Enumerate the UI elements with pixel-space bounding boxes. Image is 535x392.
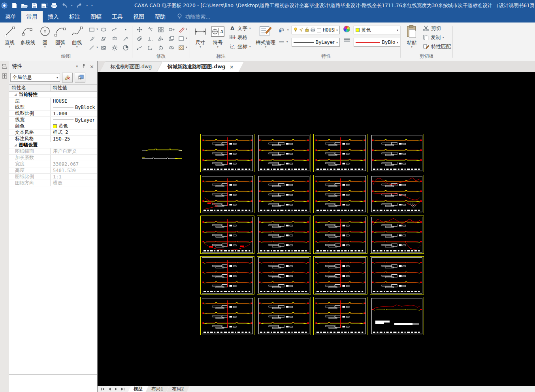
cut-button[interactable]: 剪切 [423, 24, 451, 33]
cross-section-sheet-r1c4[interactable] [370, 134, 424, 172]
hatch-icon[interactable] [99, 44, 108, 52]
customize-toolbar-caret[interactable]: ▾ [91, 4, 93, 7]
sweep-icon[interactable] [135, 44, 144, 52]
menu-tab-标注[interactable]: 标注 [64, 11, 85, 23]
layer-combo-caret[interactable]: ▾ [336, 29, 338, 32]
close-document-icon[interactable]: × [230, 64, 234, 70]
menu-tab-工具[interactable]: 工具 [107, 11, 128, 23]
cross-section-sheet-r1c1[interactable] [200, 134, 254, 172]
redo-dropdown-caret[interactable]: ▾ [87, 4, 88, 7]
cross-section-sheet-r2c3[interactable] [313, 175, 367, 213]
document-tab-标准横断面图.dwg[interactable]: 标准横断面图.dwg [100, 61, 162, 72]
cross-section-sheet-r2c4[interactable] [370, 175, 424, 213]
style-manager-button[interactable]: 样式管理 ▾ [254, 23, 277, 49]
symbol-dropdown-caret[interactable]: ▾ [217, 46, 219, 49]
app-logo-icon[interactable] [2, 2, 8, 9]
save-all-icon[interactable] [41, 2, 47, 9]
circle-dropdown-caret[interactable]: ▾ [44, 46, 46, 49]
blank-box-icon[interactable] [177, 35, 185, 43]
layer-combo[interactable]: HOUSE ▾ [292, 26, 340, 34]
pick-object-button[interactable] [75, 73, 85, 83]
panel-close-icon[interactable]: × [90, 64, 94, 69]
array-icon[interactable] [156, 26, 166, 34]
property-value[interactable]: ByBlock [51, 104, 97, 110]
cross-section-sheet-r4c4[interactable] [370, 256, 424, 294]
clear-properties-button[interactable] [62, 73, 73, 83]
color-wheel-icon[interactable] [343, 26, 350, 32]
rotate-3d-icon[interactable] [167, 44, 176, 52]
text-tool-button[interactable]: A 文字 ▾ [230, 24, 251, 33]
cross-section-sheet-r3c2[interactable] [257, 216, 311, 254]
property-value[interactable]: 1.000 [51, 111, 97, 116]
color-combo[interactable]: 黄色 ▾ [354, 26, 400, 34]
color-combo-caret[interactable]: ▾ [397, 29, 398, 32]
scope-combo[interactable]: 全局信息 ▾ [10, 73, 60, 82]
hatch-edit-dropdown-caret[interactable]: ▾ [185, 46, 188, 49]
layer-tool-button[interactable]: ▾ [279, 26, 292, 34]
new-file-icon[interactable] [11, 2, 17, 9]
point-icon[interactable] [121, 26, 130, 34]
pin-icon[interactable] [82, 64, 86, 69]
rectangle-icon[interactable] [88, 26, 96, 34]
function-search[interactable]: 功能搜索... [177, 11, 210, 23]
chamfer-icon[interactable] [145, 44, 155, 52]
parallel-lines-icon[interactable] [88, 35, 97, 43]
menu-tab-菜单[interactable]: 菜单 [0, 11, 21, 23]
property-value[interactable]: HOUSE [51, 98, 97, 104]
line-dropdown-caret[interactable]: ▾ [9, 46, 11, 49]
blank-box-dropdown-caret[interactable]: ▾ [185, 37, 188, 40]
copy-caret[interactable]: ▾ [443, 36, 444, 39]
offset-icon[interactable] [135, 35, 144, 43]
contour-icon[interactable] [99, 35, 108, 43]
sheet-tab-模型[interactable]: 模型 [128, 386, 148, 392]
library-panel-tab-icon[interactable] [2, 73, 8, 81]
hatch-edit-icon[interactable] [177, 44, 185, 52]
standard-cross-section-sketch[interactable] [141, 148, 183, 161]
panel-menu-caret[interactable]: ▾ [76, 65, 78, 68]
linetype-tool-caret[interactable]: ▾ [286, 41, 288, 43]
cross-section-sheet-r2c1[interactable] [200, 175, 254, 213]
property-group-图幅设置[interactable]: ◢图幅设置 [9, 142, 97, 148]
drawing-canvas[interactable] [98, 72, 535, 386]
arc-dropdown-caret[interactable]: ▾ [60, 46, 61, 49]
cross-section-sheet-r2c2[interactable] [257, 175, 311, 213]
coordinate-dropdown-caret[interactable]: ▾ [249, 45, 251, 48]
cross-section-sheet-r5c2[interactable] [257, 297, 311, 335]
segment-dropdown-caret[interactable]: ▾ [96, 46, 99, 49]
save-icon[interactable] [32, 3, 38, 9]
copy-button[interactable]: 复制 ▾ [423, 33, 451, 42]
sheet-tab-布局1[interactable]: 布局1 [146, 386, 169, 392]
polyline-tool-button[interactable]: 多段线 [18, 23, 38, 45]
menu-tab-常用[interactable]: 常用 [21, 11, 43, 23]
property-value[interactable]: ByLayer [51, 117, 97, 123]
cross-section-sheet-r4c3[interactable] [313, 256, 367, 294]
last-sheet-button[interactable] [121, 387, 124, 391]
dimension-dropdown-caret[interactable]: ▾ [200, 46, 201, 49]
property-value[interactable]: 黄色 [51, 123, 97, 129]
erase-dropdown-caret[interactable]: ▾ [185, 28, 188, 31]
property-group-当前特性[interactable]: ◢当前特性 [9, 92, 97, 98]
scope-combo-caret[interactable]: ▾ [57, 76, 58, 79]
line-tool-button[interactable]: 直线 ▾ [2, 23, 18, 49]
layer-tool-caret[interactable]: ▾ [287, 29, 289, 32]
property-value[interactable]: 样式 2 [51, 129, 97, 135]
erase-icon[interactable] [177, 26, 185, 34]
cross-section-sheet-r4c1[interactable] [200, 256, 254, 294]
paste-caret[interactable]: ▾ [411, 46, 413, 49]
lineweight-icon[interactable] [344, 37, 350, 44]
mirror-icon[interactable] [156, 35, 166, 43]
cross-section-sheet-r3c4[interactable] [370, 216, 424, 254]
formula-curve-icon[interactable] [121, 44, 130, 52]
document-tab-钢城新路道路断面图.dwg[interactable]: 钢城新路道路断面图.dwg× [157, 61, 244, 72]
redo-icon[interactable] [76, 3, 83, 8]
revolved-body-icon[interactable] [110, 35, 119, 43]
pick-arrow-icon[interactable] [121, 35, 130, 43]
cross-section-sheet-r1c2[interactable] [257, 134, 311, 172]
cross-section-sheet-r5c4[interactable] [370, 297, 424, 335]
spline-icon[interactable] [110, 26, 119, 34]
ellipse-icon[interactable] [99, 26, 108, 34]
property-panel-tab-icon[interactable] [2, 63, 8, 71]
open-file-icon[interactable] [21, 3, 28, 9]
dimension-tool-button[interactable]: 尺寸 ▾ [192, 23, 209, 49]
style-manager-caret[interactable]: ▾ [265, 46, 267, 49]
